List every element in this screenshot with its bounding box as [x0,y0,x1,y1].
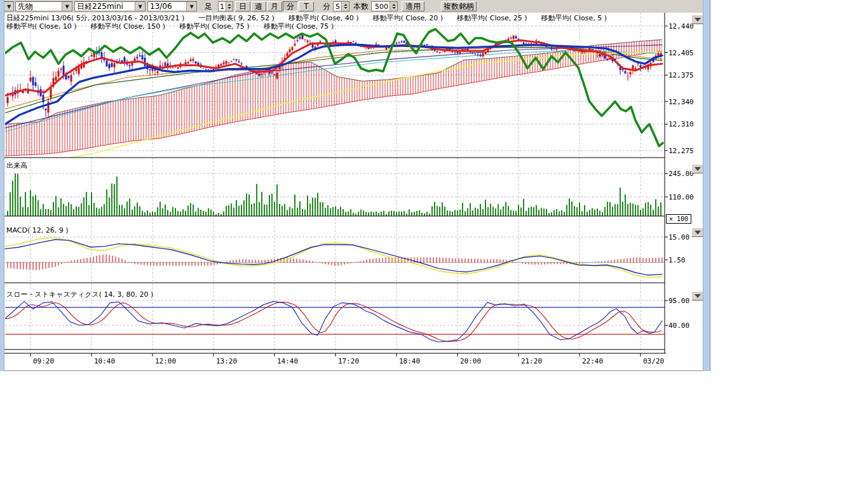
bars-value: 500 [375,3,388,11]
macd-axis-label: 15.00 [668,233,689,241]
symbol-value: 日経225mini [77,1,123,12]
chevron-down-icon [695,294,701,298]
category-combo[interactable]: 先物 ▼ [15,1,72,11]
multi-symbol-button[interactable]: 複数銘柄 [441,1,477,11]
chevron-down-icon[interactable]: ▼ [135,2,145,11]
volume-pane-label: 出来高 [6,161,27,170]
ashi-count-spinner[interactable]: 1 [218,1,233,11]
period-button-週[interactable]: 週 [251,1,266,11]
minute-label: 分 [323,1,330,11]
period-button-月[interactable]: 月 [267,1,282,11]
chevron-down-icon[interactable]: ▼ [4,2,13,11]
stoch-axis-label: 95.00 [668,297,689,305]
time-axis-label: 10:40 [94,357,115,365]
minute-value: 5 [336,3,340,11]
price-axis-label: 12,440 [668,22,694,30]
time-axis-label: 18:40 [399,357,420,365]
bars-label: 本数 [353,1,369,11]
window-bottom-edge [0,370,709,371]
symbol-combo[interactable]: 日経225mini ▼ [74,1,146,11]
price-axis-label: 12,375 [668,71,694,79]
axis-scale-dropdown-button[interactable] [691,227,703,237]
chevron-down-icon [695,231,701,234]
volume-axis-label: 110.00 [668,193,694,201]
ashi-label: 足 [205,1,212,11]
time-axis-label: 20:00 [460,357,481,365]
legend-item: 移動平均( Close, 75 ) [264,22,334,30]
bars-spinner[interactable]: 500 [371,1,398,11]
chevron-down-icon[interactable]: ▼ [186,2,196,11]
contract-combo[interactable]: 13/06 ▼ [147,1,197,11]
legend-item: 移動平均( Close, 150 ) [91,22,166,30]
period-button-T[interactable]: T [299,1,314,11]
time-axis-label: 12:00 [155,357,176,365]
minute-spinner[interactable]: 5 [333,1,349,11]
axis-scale-dropdown-button[interactable] [691,164,703,173]
chevron-down-icon [695,18,701,22]
spinner-arrows-icon[interactable] [390,2,397,11]
chart-area[interactable]: 日経225mini 13/06( 5分, 2013/03/16 - 2013/0… [0,13,703,370]
period-button-日[interactable]: 日 [235,1,250,11]
price-axis-label: 12,340 [668,98,694,106]
volume-axis-label: 245.00 [668,170,694,178]
chart-app-window: ▼ 先物 ▼ 日経225mini ▼ 13/06 ▼ 足 1 日週月分T 分 [0,0,709,371]
macd-axis-label: 1.50 [668,256,686,264]
time-axis-label: 09:20 [33,357,54,365]
axis-scale-dropdown-button[interactable] [691,15,703,24]
left-window-strip [0,0,4,371]
time-axis-label: 22:40 [582,357,603,365]
axis-scale-dropdown-button[interactable] [691,291,703,301]
chevron-down-icon [695,167,701,171]
chevron-down-icon[interactable]: ▼ [62,2,72,11]
category-value: 先物 [18,1,33,12]
toolbar: ▼ 先物 ▼ 日経225mini ▼ 13/06 ▼ 足 1 日週月分T 分 [0,0,703,13]
legend-item: 移動平均( Close, 5 ) [541,14,607,22]
price-axis-label: 12,405 [668,49,694,57]
spinner-arrows-icon[interactable] [226,2,233,11]
stoch-axis-label: 40.00 [668,322,689,330]
ashi-count-value: 1 [220,3,224,11]
desktop: ▼ 先物 ▼ 日経225mini ▼ 13/06 ▼ 足 1 日週月分T 分 [0,0,868,488]
time-axis-label: 21:20 [521,357,542,365]
legend-row-2: 移動平均( Close, 10 )移動平均( Close, 150 )移動平均(… [6,22,348,31]
contract-value: 13/06 [150,2,172,11]
price-axis-label: 12,275 [668,147,694,155]
apply-button[interactable]: 適用 [402,1,424,11]
stoch-pane-label: スロー・ストキャスティクス( 14, 3, 80, 20 ) [6,290,153,299]
time-axis-label: 17:20 [338,357,359,365]
period-button-分[interactable]: 分 [283,1,298,11]
legend-item: 移動平均( Close, 25 ) [457,14,527,22]
chart-canvas[interactable] [0,13,703,370]
time-axis-label: 03/20 [643,357,664,365]
legend-item: 移動平均( Close, 75 ) [179,22,250,30]
period-button-group: 日週月分T [235,1,315,11]
legend-item: 移動平均( Close, 10 ) [6,22,77,30]
time-axis-label: 14:40 [277,357,298,365]
time-axis-label: 13:20 [216,357,237,365]
vertical-scrollbar[interactable] [703,0,710,371]
spinner-arrows-icon[interactable] [341,2,349,11]
macd-pane-label: MACD( 12, 26, 9 ) [6,226,69,234]
volume-multiplier-badge: × 100 [666,214,691,224]
price-axis-label: 12,310 [668,120,694,128]
legend-item: 移動平均( Close, 20 ) [372,14,443,22]
